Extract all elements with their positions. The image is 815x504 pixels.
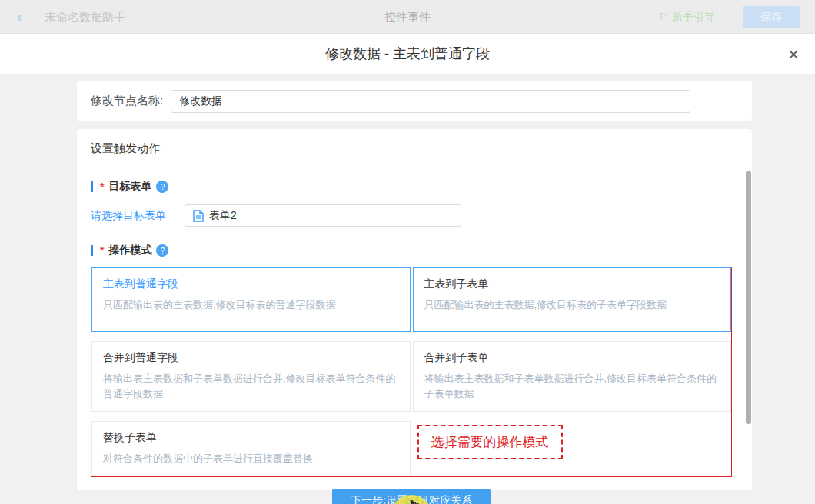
- save-button[interactable]: 保存: [743, 6, 800, 28]
- target-form-select[interactable]: 表单2: [185, 204, 461, 227]
- mode-option-desc: 将输出表主表数据和子表单数据进行合并,修改目标表单符合条件的普通字段数据: [103, 371, 399, 402]
- target-form-value: 表单2: [209, 209, 237, 223]
- mode-option-desc: 将输出表主表数据和子表单数据进行合并,修改目标表单符合条件的子表单数据: [424, 371, 720, 402]
- operation-mode-label: 操作模式: [108, 244, 151, 257]
- next-step-row: 下一步:设置字段对应关系: [91, 489, 732, 504]
- beginner-guide-link[interactable]: ⚐ 新手引导: [658, 10, 715, 24]
- node-name-input[interactable]: [171, 90, 690, 113]
- target-form-field-label: * 目标表单 ?: [91, 180, 732, 194]
- mode-option-desc: 只匹配输出表的主表数据,修改目标表的子表单字段数据: [424, 297, 720, 313]
- modal-title: 修改数据 - 主表到普通字段: [0, 34, 815, 75]
- field-accent-bar: [91, 245, 93, 256]
- operation-mode-grid: 主表到普通字段 只匹配输出表的主表数据,修改目标表的普通字段数据 主表到子表单 …: [91, 267, 731, 476]
- mode-option-title[interactable]: 主表到普通字段: [103, 277, 399, 291]
- target-form-label: 目标表单: [108, 180, 151, 194]
- mode-option-desc: 只匹配输出表的主表数据,修改目标表的普通字段数据: [103, 297, 399, 313]
- form-document-icon: [193, 210, 204, 222]
- required-asterisk: *: [98, 181, 104, 193]
- lightbulb-icon: ⚐: [658, 11, 668, 23]
- node-name-panel: 修改节点名称:: [77, 81, 752, 121]
- mode-option-title[interactable]: 替换子表单: [103, 431, 399, 445]
- select-target-form-link[interactable]: 请选择目标表单: [91, 209, 185, 223]
- section-title: 设置触发动作: [77, 129, 752, 167]
- beginner-guide-label: 新手引导: [672, 10, 715, 24]
- next-step-button[interactable]: 下一步:设置字段对应关系: [332, 489, 491, 504]
- help-icon[interactable]: ?: [156, 181, 168, 193]
- section-body: * 目标表单 ? 请选择目标表单 表单2: [77, 167, 752, 504]
- mode-option-merge-to-subform[interactable]: 合并到子表单 将输出表主表数据和子表单数据进行合并,修改目标表单符合条件的子表单…: [413, 341, 732, 412]
- mode-option-title[interactable]: 合并到子表单: [424, 351, 720, 365]
- help-icon[interactable]: ?: [156, 244, 168, 257]
- mode-option-title[interactable]: 主表到子表单: [424, 277, 720, 291]
- mode-option-desc: 对符合条件的数据中的子表单进行直接覆盖替换: [103, 451, 399, 466]
- modal-header: 修改数据 - 主表到普通字段 ×: [0, 34, 815, 75]
- close-icon[interactable]: ×: [783, 45, 804, 66]
- node-name-label: 修改节点名称:: [91, 94, 163, 108]
- modal-content: 修改节点名称: 设置触发动作 * 目标表单 ? 请选择目标表单: [0, 75, 815, 504]
- field-accent-bar: [91, 181, 93, 192]
- mode-option-replace-subform[interactable]: 替换子表单 对符合条件的数据中的子表单进行直接覆盖替换: [91, 421, 411, 476]
- mode-grid-empty-cell: 选择需要的操作模式: [413, 421, 732, 476]
- top-bar: ‹ 未命名数据助手 控件事件 ⚐ 新手引导 保存: [0, 0, 815, 34]
- mode-option-main-to-subform[interactable]: 主表到子表单 只匹配输出表的主表数据,修改目标表的子表单字段数据: [413, 267, 732, 332]
- annotation-callout: 选择需要的操作模式: [417, 425, 563, 459]
- required-asterisk: *: [98, 244, 104, 257]
- target-form-row: 请选择目标表单 表单2: [91, 204, 732, 227]
- mode-option-main-to-normal[interactable]: 主表到普通字段 只匹配输出表的主表数据,修改目标表的普通字段数据: [91, 267, 411, 332]
- mode-option-merge-to-normal[interactable]: 合并到普通字段 将输出表主表数据和子表单数据进行合并,修改目标表单符合条件的普通…: [91, 341, 411, 412]
- mode-option-title[interactable]: 合并到普通字段: [103, 351, 399, 365]
- trigger-action-panel: 设置触发动作 * 目标表单 ? 请选择目标表单 表单: [77, 129, 752, 490]
- operation-mode-annotated-area: 主表到普通字段 只匹配输出表的主表数据,修改目标表的普通字段数据 主表到子表单 …: [91, 267, 732, 477]
- operation-mode-field-label: * 操作模式 ?: [91, 244, 732, 257]
